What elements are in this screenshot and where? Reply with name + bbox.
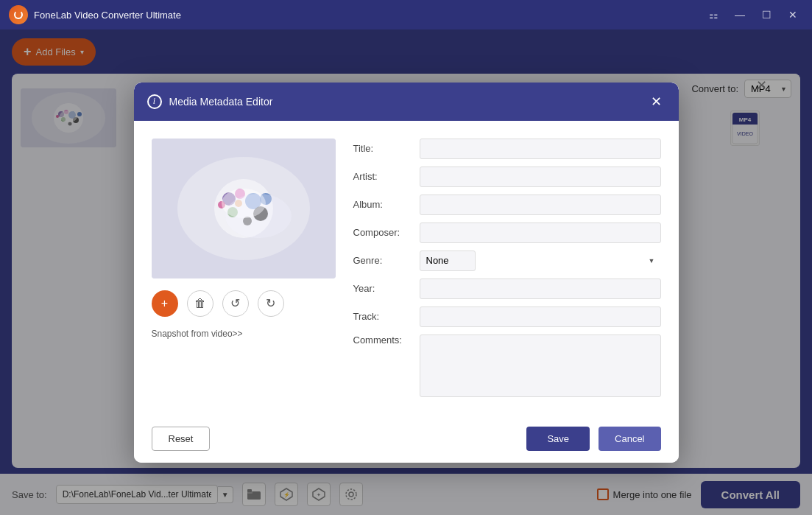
title-row: Title:: [353, 139, 661, 159]
dialog-title: Media Metadata Editor: [169, 96, 640, 108]
add-image-button[interactable]: +: [152, 290, 178, 317]
redo-icon: ↻: [266, 296, 275, 310]
restore-btn[interactable]: ☐: [756, 7, 777, 22]
year-row: Year:: [353, 278, 661, 299]
title-bar: FoneLab Video Converter Ultimate ⚏ — ☐ ✕: [0, 0, 812, 29]
minimize-btn[interactable]: —: [730, 7, 750, 22]
artist-label: Artist:: [353, 171, 420, 182]
album-row: Album:: [353, 195, 661, 215]
app-body: + Add Files ▾ Convert to: MP4 MKV AVI MO…: [0, 29, 812, 515]
composer-label: Composer:: [353, 227, 420, 238]
genre-select[interactable]: None Rock Pop Jazz Classical Hip-Hop Ele…: [420, 251, 476, 271]
dialog-right-panel: Title: Artist: Album:: [353, 139, 661, 397]
genre-row: Genre: None Rock Pop Jazz Classical Hip-…: [353, 251, 661, 271]
genre-label: Genre:: [353, 255, 420, 266]
artist-input[interactable]: [420, 167, 661, 187]
app-title: FoneLab Video Converter Ultimate: [34, 10, 703, 21]
year-label: Year:: [353, 283, 420, 294]
track-row: Track:: [353, 306, 661, 327]
undo-button[interactable]: ↺: [222, 290, 249, 317]
window-controls: ⚏ — ☐ ✕: [703, 7, 803, 22]
dialog-body: + 🗑 ↺ ↻ Snapshot from: [134, 121, 679, 415]
comments-row: Comments:: [353, 334, 661, 397]
redo-button[interactable]: ↻: [258, 290, 284, 317]
logo-icon: [14, 10, 23, 19]
cancel-button[interactable]: Cancel: [599, 427, 660, 451]
title-label: Title:: [353, 143, 420, 154]
app-logo: [9, 5, 28, 24]
title-input[interactable]: [420, 139, 661, 159]
album-label: Album:: [353, 199, 420, 210]
metadata-editor-dialog: i Media Metadata Editor ✕: [134, 83, 679, 463]
composer-row: Composer:: [353, 223, 661, 243]
reset-button[interactable]: Reset: [152, 427, 211, 451]
track-label: Track:: [353, 311, 420, 322]
app-window: FoneLab Video Converter Ultimate ⚏ — ☐ ✕…: [0, 0, 812, 515]
delete-image-button[interactable]: 🗑: [187, 290, 213, 317]
image-preview: [152, 139, 336, 278]
composer-input[interactable]: [420, 223, 661, 243]
genre-select-wrapper: None Rock Pop Jazz Classical Hip-Hop Ele…: [420, 251, 661, 271]
undo-icon: ↺: [230, 296, 240, 310]
dialog-footer: Reset Save Cancel: [134, 415, 679, 463]
artist-row: Artist:: [353, 167, 661, 187]
dialog-close-button[interactable]: ✕: [648, 93, 666, 111]
dialog-left-panel: + 🗑 ↺ ↻ Snapshot from: [152, 139, 336, 397]
modal-overlay: i Media Metadata Editor ✕: [0, 29, 812, 515]
dialog-header: i Media Metadata Editor ✕: [134, 83, 679, 121]
comments-label: Comments:: [353, 334, 420, 346]
year-input[interactable]: [420, 278, 661, 299]
svg-point-39: [225, 194, 292, 238]
album-input[interactable]: [420, 195, 661, 215]
comments-textarea[interactable]: [420, 334, 661, 397]
save-button[interactable]: Save: [526, 427, 590, 451]
image-controls: + 🗑 ↺ ↻: [152, 287, 336, 320]
info-icon: i: [147, 94, 162, 109]
caption-icon-btn[interactable]: ⚏: [703, 7, 724, 22]
track-input[interactable]: [420, 306, 661, 327]
snapshot-link[interactable]: Snapshot from video>>: [152, 329, 336, 339]
close-btn[interactable]: ✕: [783, 7, 803, 22]
delete-icon: 🗑: [194, 297, 206, 310]
